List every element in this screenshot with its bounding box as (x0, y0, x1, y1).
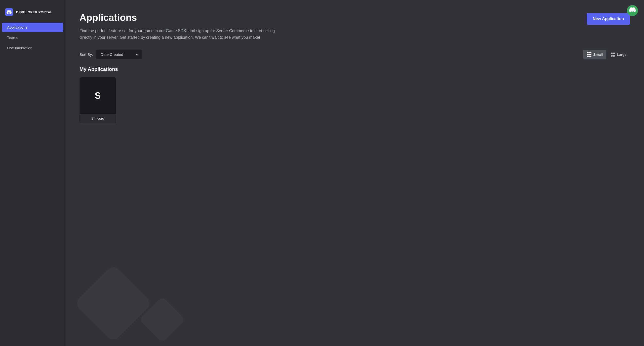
controls-bar: Sort By: Date Created Name (79, 50, 630, 59)
view-large-button[interactable]: Large (607, 51, 630, 59)
small-grid-icon (587, 52, 591, 57)
main-content: Applications New Application Find the pe… (65, 0, 644, 346)
sort-select[interactable]: Date Created Name (96, 50, 142, 59)
discord-logo-icon (5, 8, 13, 16)
sidebar: DEVELOPER PORTAL Applications Teams Docu… (0, 0, 65, 346)
app-card-initial: S (95, 91, 101, 101)
app-card-name: Simcord (80, 114, 116, 123)
view-small-label: Small (593, 53, 603, 57)
large-grid-icon (611, 53, 615, 57)
view-toggle-group: Small Large (583, 50, 630, 59)
page-title: Applications (79, 12, 137, 24)
view-small-button[interactable]: Small (583, 50, 606, 59)
user-avatar[interactable] (627, 5, 638, 16)
applications-grid: S Simcord (79, 77, 630, 123)
sidebar-header: DEVELOPER PORTAL (0, 5, 65, 22)
new-application-button[interactable]: New Application (587, 13, 630, 25)
sort-by-group: Sort By: Date Created Name (79, 50, 142, 59)
sidebar-item-applications[interactable]: Applications (2, 23, 63, 32)
page-description: Find the perfect feature set for your ga… (79, 28, 286, 40)
view-large-label: Large (617, 53, 626, 57)
app-card-image: S (80, 77, 116, 114)
my-applications-title: My Applications (79, 66, 630, 72)
portal-title: DEVELOPER PORTAL (16, 10, 52, 14)
top-bar: Applications New Application (79, 12, 630, 25)
sidebar-item-documentation[interactable]: Documentation (2, 43, 63, 53)
sidebar-item-teams[interactable]: Teams (2, 33, 63, 42)
sort-label: Sort By: (79, 52, 93, 57)
app-card-simcord[interactable]: S Simcord (79, 77, 116, 123)
